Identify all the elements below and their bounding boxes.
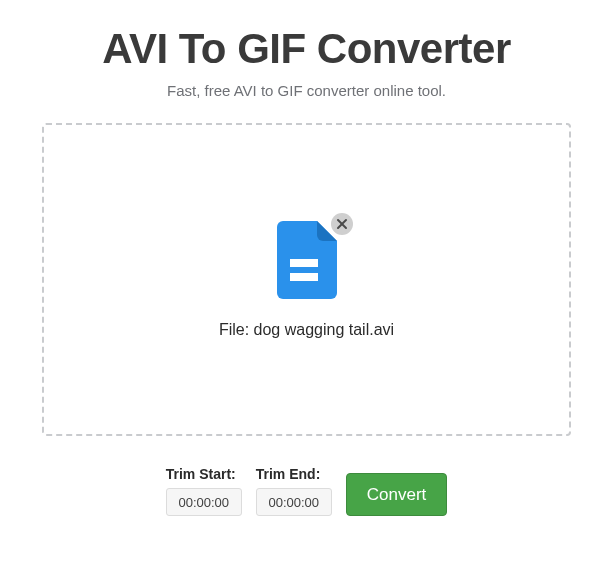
file-icon bbox=[277, 285, 337, 302]
svg-rect-1 bbox=[290, 273, 318, 281]
trim-start-label: Trim Start: bbox=[166, 466, 236, 482]
uploaded-file: File: dog wagging tail.avi bbox=[219, 221, 394, 339]
file-name-label: File: dog wagging tail.avi bbox=[219, 321, 394, 339]
trim-end-label: Trim End: bbox=[256, 466, 321, 482]
trim-end-input[interactable] bbox=[256, 488, 332, 516]
close-icon bbox=[336, 218, 348, 230]
remove-file-button[interactable] bbox=[331, 213, 353, 235]
file-dropzone[interactable]: File: dog wagging tail.avi bbox=[42, 123, 571, 436]
convert-button[interactable]: Convert bbox=[346, 473, 448, 516]
svg-rect-0 bbox=[290, 259, 318, 267]
controls-row: Trim Start: Trim End: Convert bbox=[30, 466, 583, 516]
trim-start-input[interactable] bbox=[166, 488, 242, 516]
page-title: AVI To GIF Converter bbox=[30, 26, 583, 72]
page-subtitle: Fast, free AVI to GIF converter online t… bbox=[30, 82, 583, 99]
